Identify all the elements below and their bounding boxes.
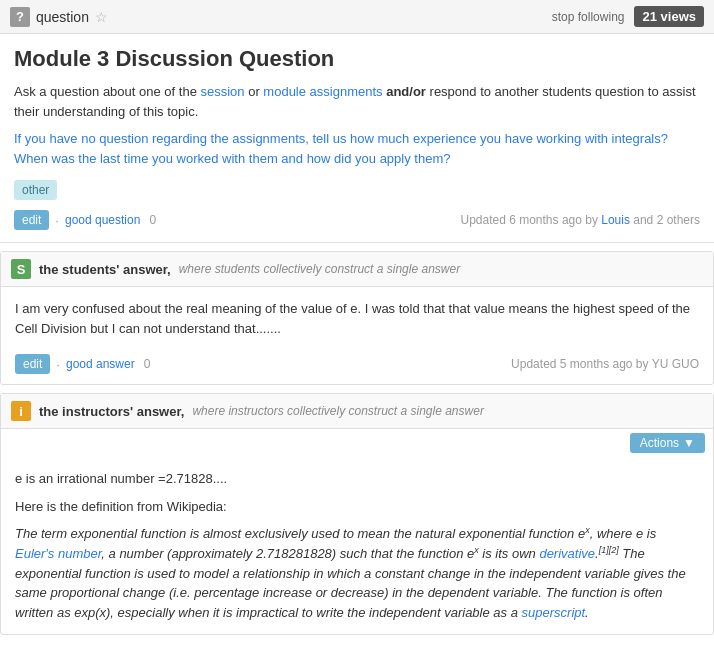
question-edit-button[interactable]: edit [14,210,49,230]
author-link[interactable]: Louis [601,213,630,227]
students-section: S the students' answer, where students c… [0,251,714,385]
good-question-link[interactable]: good question [65,213,140,227]
instructors-title-bold: the instructors' answer, [39,404,184,419]
students-dot-sep: · [56,357,60,372]
good-answer-link[interactable]: good answer [66,357,135,371]
instructors-section-body: e is an irrational number =2.71828.... H… [1,457,713,634]
derivative-link[interactable]: derivative [539,546,595,561]
dot-separator: · [55,213,59,228]
header-left: ? question ☆ [10,7,108,27]
students-updated-text: Updated 5 months ago by YU GUO [511,357,699,371]
instructors-actions-row: Actions ▼ [1,429,713,457]
students-body-text: I am very confused about the real meanin… [15,299,699,338]
instructors-section: i the instructors' answer, where instruc… [0,393,714,635]
instructors-icon: i [11,401,31,421]
students-vote-count: 0 [144,357,151,371]
question-vote-count: 0 [149,213,156,227]
star-icon[interactable]: ☆ [95,9,108,25]
instructors-section-header: i the instructors' answer, where instruc… [1,394,713,429]
instructors-title-italic: where instructors collectively construct… [192,404,483,418]
students-section-header: S the students' answer, where students c… [1,252,713,287]
page-title: Module 3 Discussion Question [14,46,700,72]
header-title: question [36,9,89,25]
question-action-left: edit · good question 0 [14,210,156,230]
students-edit-button[interactable]: edit [15,354,50,374]
actions-label: Actions [640,436,679,450]
tag-other[interactable]: other [14,180,57,200]
stop-following-link[interactable]: stop following [552,10,625,24]
instructors-para2: Here is the definition from Wikipedia: [15,497,699,517]
instructors-italic-para: The term exponential function is almost … [15,524,699,622]
students-action-bar: edit · good answer 0 Updated 5 months ag… [1,350,713,384]
highlight-module: module assignments [263,84,382,99]
views-label: views [661,9,696,24]
students-title-italic: where students collectively construct a … [179,262,460,276]
actions-chevron-icon: ▼ [683,436,695,450]
description-text-2: If you have no question regarding the as… [14,129,700,168]
students-section-body: I am very confused about the real meanin… [1,287,713,350]
views-badge: 21 views [634,6,704,27]
views-count: 21 [642,9,656,24]
description-text-1: Ask a question about one of the session … [14,82,700,121]
instructors-para1: e is an irrational number =2.71828.... [15,469,699,489]
eulers-number-link[interactable]: Euler's number [15,546,101,561]
tag-container: other [14,180,700,200]
question-updated-text: Updated 6 months ago by Louis and 2 othe… [460,213,700,227]
header-bar: ? question ☆ stop following 21 views [0,0,714,34]
students-title-bold: the students' answer, [39,262,171,277]
highlight-session: session [200,84,244,99]
students-action-left: edit · good answer 0 [15,354,150,374]
question-icon: ? [10,7,30,27]
actions-button[interactable]: Actions ▼ [630,433,705,453]
question-action-bar: edit · good question 0 Updated 6 months … [14,210,700,230]
students-icon: S [11,259,31,279]
main-content: Module 3 Discussion Question Ask a quest… [0,34,714,243]
header-right: stop following 21 views [552,6,704,27]
superscript-link[interactable]: superscript [522,605,586,620]
